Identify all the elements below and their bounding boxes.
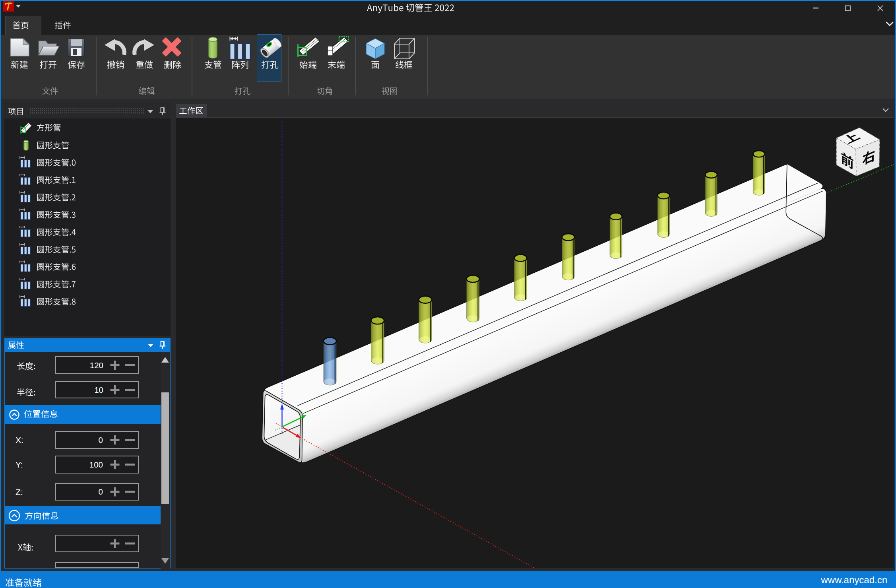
- svg-text:100: 100: [89, 460, 103, 469]
- svg-text:X:: X:: [16, 435, 23, 444]
- svg-text:0: 0: [99, 487, 103, 496]
- svg-text:120: 120: [90, 361, 103, 370]
- svg-text:10: 10: [94, 385, 103, 394]
- svg-text:Y:: Y:: [16, 460, 23, 469]
- svg-text:0: 0: [99, 435, 103, 444]
- svg-text:www.anycad.cn: www.anycad.cn: [820, 574, 887, 585]
- svg-text:Z:: Z:: [16, 487, 23, 497]
